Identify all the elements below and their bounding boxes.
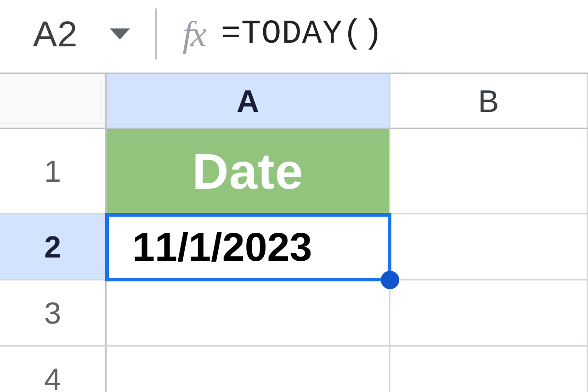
column-header-label: B xyxy=(478,83,499,119)
cell-value: Date xyxy=(192,142,303,200)
row-2: 2 11/1/2023 xyxy=(0,214,588,280)
cell-a3[interactable] xyxy=(107,280,390,345)
column-header-row: A B xyxy=(0,74,588,129)
sheet-grid: A B 1 Date 2 11/1/2023 xyxy=(0,73,588,392)
row-header-label: 1 xyxy=(44,154,61,189)
row-header-label: 4 xyxy=(44,362,61,392)
cell-a1[interactable]: Date xyxy=(107,129,390,213)
cell-b4[interactable] xyxy=(390,347,588,392)
cell-a4[interactable] xyxy=(107,347,390,392)
cell-a2[interactable]: 11/1/2023 xyxy=(107,214,390,279)
row-1: 1 Date xyxy=(0,129,588,214)
select-all-corner[interactable] xyxy=(0,74,107,128)
cell-reference: A2 xyxy=(33,13,78,55)
row-header-4[interactable]: 4 xyxy=(0,347,107,392)
cell-b1[interactable] xyxy=(390,129,588,213)
column-header-b[interactable]: B xyxy=(390,74,588,128)
row-header-3[interactable]: 3 xyxy=(0,280,107,345)
row-3: 3 xyxy=(0,280,588,347)
row-header-1[interactable]: 1 xyxy=(0,129,107,213)
spreadsheet-viewport: A2 fx =TODAY() A B 1 Date xyxy=(0,0,588,392)
column-header-label: A xyxy=(237,83,259,119)
column-header-a[interactable]: A xyxy=(107,74,390,128)
name-box[interactable]: A2 xyxy=(33,13,130,55)
name-box-dropdown-icon[interactable] xyxy=(110,28,130,39)
fx-icon: fx xyxy=(182,13,204,55)
row-4: 4 xyxy=(0,347,588,392)
cell-value: 11/1/2023 xyxy=(132,224,312,270)
formula-input[interactable]: =TODAY() xyxy=(221,15,384,53)
cell-b3[interactable] xyxy=(390,280,588,345)
row-header-label: 3 xyxy=(44,296,61,330)
row-header-label: 2 xyxy=(44,230,61,264)
cell-b2[interactable] xyxy=(390,214,588,279)
formula-bar: A2 fx =TODAY() xyxy=(0,0,588,68)
formula-bar-separator xyxy=(155,8,157,60)
row-header-2[interactable]: 2 xyxy=(0,214,107,279)
